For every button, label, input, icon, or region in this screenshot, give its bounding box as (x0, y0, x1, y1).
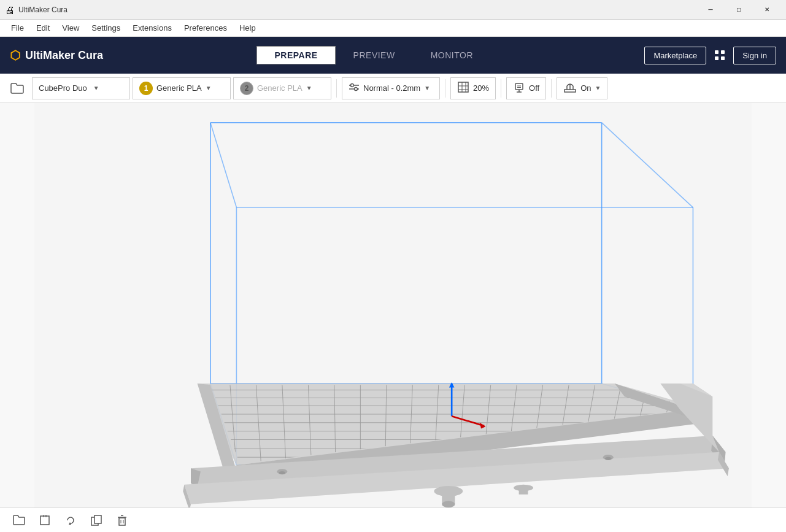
extruder1-arrow: ▼ (206, 85, 212, 91)
profile-selector[interactable]: Normal - 0.2mm ▼ (342, 77, 440, 99)
svg-rect-2 (715, 56, 719, 60)
menu-extensions[interactable]: Extensions (126, 21, 178, 35)
extruder2-selector[interactable]: 2 Generic PLA ▼ (233, 77, 331, 99)
menu-view[interactable]: View (56, 21, 85, 35)
support-selector[interactable]: Off (506, 77, 546, 99)
rotate-tool[interactable] (61, 511, 80, 530)
profile-name: Normal - 0.2mm (363, 83, 420, 93)
grid-icon (714, 49, 726, 61)
menu-file[interactable]: File (5, 21, 30, 35)
svg-rect-13 (515, 83, 523, 90)
menu-edit[interactable]: Edit (30, 21, 56, 35)
logo-area: ⬡ UltiMaker Cura (10, 48, 103, 63)
adhesion-icon (563, 81, 577, 95)
folder-icon (10, 82, 25, 94)
menubar: File Edit View Settings Extensions Prefe… (0, 20, 786, 37)
maximize-button[interactable]: □ (725, 0, 753, 20)
extruder2-number: 2 (240, 82, 253, 95)
svg-rect-95 (119, 518, 125, 525)
tab-prepare[interactable]: PREPARE (256, 46, 335, 64)
adhesion-selector[interactable]: On ▼ (557, 77, 607, 99)
svg-rect-89 (40, 516, 49, 525)
svg-rect-1 (721, 50, 725, 54)
viewport-svg (0, 103, 786, 507)
support-label: Off (529, 83, 539, 93)
delete-tool[interactable] (113, 511, 131, 530)
minimize-button[interactable]: ─ (696, 0, 725, 20)
close-button[interactable]: ✕ (753, 0, 781, 20)
adhesion-label: On (580, 83, 591, 93)
svg-rect-0 (715, 50, 719, 54)
svg-point-7 (355, 87, 358, 90)
svg-point-75 (442, 501, 455, 507)
profile-arrow: ▼ (424, 85, 430, 91)
svg-point-6 (351, 83, 354, 87)
extruder1-number: 1 (139, 82, 153, 95)
3d-viewport[interactable] (0, 103, 786, 507)
nav-tabs: PREPARE PREVIEW MONITOR (256, 46, 491, 64)
marketplace-button[interactable]: Marketplace (644, 47, 706, 64)
svg-point-79 (279, 471, 285, 474)
svg-rect-94 (94, 515, 101, 523)
window-controls: ─ □ ✕ (696, 0, 781, 20)
profile-icon (349, 82, 360, 94)
main-area (0, 103, 786, 507)
app-title: UltiMaker Cura (18, 6, 696, 14)
menu-settings[interactable]: Settings (85, 21, 126, 35)
bottombar (0, 507, 786, 532)
toolbar: CubePro Duo ▼ 1 Generic PLA ▼ 2 Generic … (0, 74, 786, 103)
toolbar-divider-4 (551, 79, 552, 98)
menu-preferences[interactable]: Preferences (178, 21, 233, 35)
copy-tool[interactable] (87, 511, 106, 530)
svg-point-81 (605, 457, 612, 460)
tab-monitor[interactable]: MONITOR (413, 46, 491, 64)
infill-value: 20% (473, 83, 489, 93)
svg-rect-8 (458, 82, 468, 92)
printer-name: CubePro Duo (39, 83, 87, 93)
logo-icon: ⬡ (10, 48, 20, 63)
printer-chevron: ▼ (93, 85, 99, 91)
header: ⬡ UltiMaker Cura PREPARE PREVIEW MONITOR… (0, 37, 786, 74)
header-right: Marketplace Sign in (644, 47, 776, 64)
svg-rect-77 (519, 488, 528, 495)
printer-selector[interactable]: CubePro Duo ▼ (32, 77, 130, 99)
extruder2-arrow: ▼ (306, 85, 312, 91)
toolbar-divider-2 (445, 79, 445, 98)
logo-text: UltiMaker Cura (25, 49, 103, 62)
extruder2-material: Generic PLA (257, 83, 302, 93)
infill-icon (457, 81, 469, 95)
support-icon (513, 81, 525, 95)
adhesion-arrow: ▼ (595, 85, 601, 91)
titlebar: 🖨 UltiMaker Cura ─ □ ✕ (0, 0, 786, 20)
toolbar-divider-1 (336, 79, 337, 98)
app-icon: 🖨 (5, 5, 15, 15)
infill-selector[interactable]: 20% (450, 77, 496, 99)
grid-icon-button[interactable] (714, 49, 726, 61)
toolbar-divider-3 (501, 79, 501, 98)
open-file-tool[interactable] (10, 511, 28, 530)
svg-rect-18 (564, 90, 576, 92)
bed-container (0, 103, 786, 507)
add-shape-tool[interactable] (36, 511, 54, 530)
tab-preview[interactable]: PREVIEW (336, 46, 413, 64)
extruder1-selector[interactable]: 1 Generic PLA ▼ (133, 77, 231, 99)
svg-rect-3 (721, 56, 725, 60)
menu-help[interactable]: Help (233, 21, 262, 35)
signin-button[interactable]: Sign in (733, 47, 776, 64)
open-folder-button[interactable] (5, 76, 29, 101)
extruder1-material: Generic PLA (156, 83, 202, 93)
